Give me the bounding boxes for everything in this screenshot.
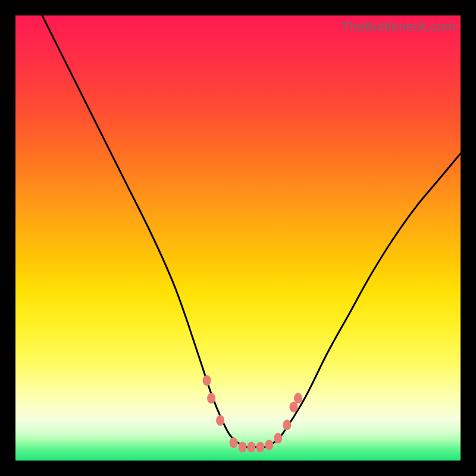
curve-marker: [203, 375, 211, 386]
curve-marker: [207, 393, 215, 403]
plot-area: TheBottleneck.com: [15, 15, 461, 461]
curve-marker: [216, 415, 224, 426]
curve-marker: [256, 442, 264, 453]
curve-marker: [283, 419, 291, 430]
curve-markers: [203, 375, 302, 452]
bottleneck-curve: [42, 15, 461, 447]
curve-marker: [274, 433, 282, 444]
curve-marker: [290, 402, 298, 412]
chart-frame: TheBottleneck.com: [0, 0, 476, 476]
curve-marker: [247, 442, 255, 453]
curve-marker: [294, 393, 302, 403]
curve-marker: [230, 437, 238, 448]
curve-marker: [239, 442, 247, 453]
bottleneck-curve-svg: [15, 15, 461, 461]
curve-marker: [265, 440, 273, 450]
